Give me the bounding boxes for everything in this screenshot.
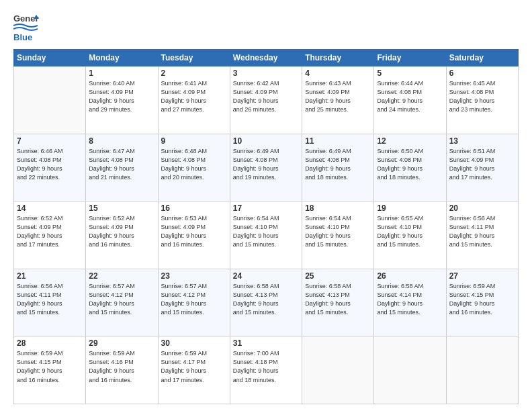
- calendar-week-3: 14Sunrise: 6:52 AMSunset: 4:09 PMDayligh…: [14, 201, 519, 269]
- day-info: Sunrise: 6:59 AMSunset: 4:17 PMDaylight:…: [161, 349, 227, 384]
- day-info: Sunrise: 6:53 AMSunset: 4:09 PMDaylight:…: [161, 214, 227, 249]
- day-info: Sunrise: 6:58 AMSunset: 4:13 PMDaylight:…: [233, 282, 299, 317]
- calendar-cell: [446, 336, 518, 404]
- day-number: 30: [161, 338, 227, 348]
- day-number: 25: [305, 271, 371, 281]
- day-number: 11: [305, 136, 371, 146]
- calendar-cell: 21Sunrise: 6:56 AMSunset: 4:11 PMDayligh…: [14, 269, 86, 336]
- day-info: Sunrise: 6:41 AMSunset: 4:09 PMDaylight:…: [161, 79, 227, 114]
- calendar-cell: 2Sunrise: 6:41 AMSunset: 4:09 PMDaylight…: [158, 66, 230, 134]
- day-number: 31: [233, 338, 299, 348]
- calendar-cell: 9Sunrise: 6:48 AMSunset: 4:08 PMDaylight…: [158, 134, 230, 201]
- calendar-cell: 1Sunrise: 6:40 AMSunset: 4:09 PMDaylight…: [86, 66, 158, 134]
- day-info: Sunrise: 6:54 AMSunset: 4:10 PMDaylight:…: [233, 214, 299, 249]
- day-number: 3: [233, 68, 299, 78]
- day-number: 22: [89, 271, 154, 281]
- calendar-cell: 8Sunrise: 6:47 AMSunset: 4:08 PMDaylight…: [86, 134, 158, 201]
- calendar-cell: 11Sunrise: 6:49 AMSunset: 4:08 PMDayligh…: [302, 134, 374, 201]
- calendar-cell: 24Sunrise: 6:58 AMSunset: 4:13 PMDayligh…: [230, 269, 302, 336]
- calendar-cell: [302, 336, 374, 404]
- calendar-cell: 26Sunrise: 6:58 AMSunset: 4:14 PMDayligh…: [374, 269, 446, 336]
- day-number: 12: [377, 136, 443, 146]
- header: General Blue: [13, 12, 519, 42]
- calendar-cell: 31Sunrise: 7:00 AMSunset: 4:18 PMDayligh…: [230, 336, 302, 404]
- day-number: 21: [17, 271, 83, 281]
- day-info: Sunrise: 6:52 AMSunset: 4:09 PMDaylight:…: [17, 214, 83, 249]
- calendar-cell: [14, 66, 86, 134]
- day-number: 2: [161, 68, 227, 78]
- day-info: Sunrise: 6:59 AMSunset: 4:15 PMDaylight:…: [449, 282, 515, 317]
- day-info: Sunrise: 7:00 AMSunset: 4:18 PMDaylight:…: [233, 349, 299, 384]
- day-info: Sunrise: 6:51 AMSunset: 4:09 PMDaylight:…: [449, 147, 515, 182]
- day-number: 23: [161, 271, 227, 281]
- day-info: Sunrise: 6:58 AMSunset: 4:14 PMDaylight:…: [377, 282, 443, 317]
- calendar-header-row: SundayMondayTuesdayWednesdayThursdayFrid…: [14, 50, 519, 66]
- calendar-cell: 13Sunrise: 6:51 AMSunset: 4:09 PMDayligh…: [446, 134, 518, 201]
- day-number: 16: [161, 203, 227, 213]
- day-number: 1: [89, 68, 154, 78]
- day-number: 28: [17, 338, 83, 348]
- calendar-cell: 7Sunrise: 6:46 AMSunset: 4:08 PMDaylight…: [14, 134, 86, 201]
- day-number: 19: [377, 203, 443, 213]
- calendar-week-4: 21Sunrise: 6:56 AMSunset: 4:11 PMDayligh…: [14, 269, 519, 336]
- day-info: Sunrise: 6:49 AMSunset: 4:08 PMDaylight:…: [233, 147, 299, 182]
- day-number: 6: [449, 68, 515, 78]
- day-number: 17: [233, 203, 299, 213]
- day-number: 5: [377, 68, 443, 78]
- day-number: 14: [17, 203, 83, 213]
- day-info: Sunrise: 6:56 AMSunset: 4:11 PMDaylight:…: [449, 214, 515, 249]
- calendar-week-5: 28Sunrise: 6:59 AMSunset: 4:15 PMDayligh…: [14, 336, 519, 404]
- day-header-thursday: Thursday: [302, 50, 374, 66]
- calendar-cell: 6Sunrise: 6:45 AMSunset: 4:08 PMDaylight…: [446, 66, 518, 134]
- calendar-cell: 27Sunrise: 6:59 AMSunset: 4:15 PMDayligh…: [446, 269, 518, 336]
- day-info: Sunrise: 6:59 AMSunset: 4:16 PMDaylight:…: [89, 349, 154, 384]
- day-info: Sunrise: 6:42 AMSunset: 4:09 PMDaylight:…: [233, 79, 299, 114]
- day-info: Sunrise: 6:59 AMSunset: 4:15 PMDaylight:…: [17, 349, 83, 384]
- calendar-cell: 28Sunrise: 6:59 AMSunset: 4:15 PMDayligh…: [14, 336, 86, 404]
- calendar-cell: 12Sunrise: 6:50 AMSunset: 4:08 PMDayligh…: [374, 134, 446, 201]
- calendar-cell: 16Sunrise: 6:53 AMSunset: 4:09 PMDayligh…: [158, 201, 230, 269]
- calendar-cell: 22Sunrise: 6:57 AMSunset: 4:12 PMDayligh…: [86, 269, 158, 336]
- day-number: 20: [449, 203, 515, 213]
- calendar-cell: 23Sunrise: 6:57 AMSunset: 4:12 PMDayligh…: [158, 269, 230, 336]
- day-header-wednesday: Wednesday: [230, 50, 302, 66]
- calendar-cell: 10Sunrise: 6:49 AMSunset: 4:08 PMDayligh…: [230, 134, 302, 201]
- calendar-week-1: 1Sunrise: 6:40 AMSunset: 4:09 PMDaylight…: [14, 66, 519, 134]
- calendar-cell: 18Sunrise: 6:54 AMSunset: 4:10 PMDayligh…: [302, 201, 374, 269]
- logo-svg: General: [13, 12, 39, 34]
- calendar-cell: 30Sunrise: 6:59 AMSunset: 4:17 PMDayligh…: [158, 336, 230, 404]
- calendar-table: SundayMondayTuesdayWednesdayThursdayFrid…: [13, 49, 519, 404]
- day-header-saturday: Saturday: [446, 50, 518, 66]
- day-header-sunday: Sunday: [14, 50, 86, 66]
- logo: General Blue: [13, 12, 39, 42]
- calendar-cell: 5Sunrise: 6:44 AMSunset: 4:08 PMDaylight…: [374, 66, 446, 134]
- day-info: Sunrise: 6:47 AMSunset: 4:08 PMDaylight:…: [89, 147, 154, 182]
- day-info: Sunrise: 6:58 AMSunset: 4:13 PMDaylight:…: [305, 282, 371, 317]
- calendar-cell: 15Sunrise: 6:52 AMSunset: 4:09 PMDayligh…: [86, 201, 158, 269]
- day-info: Sunrise: 6:57 AMSunset: 4:12 PMDaylight:…: [161, 282, 227, 317]
- calendar-cell: 20Sunrise: 6:56 AMSunset: 4:11 PMDayligh…: [446, 201, 518, 269]
- day-number: 24: [233, 271, 299, 281]
- day-info: Sunrise: 6:48 AMSunset: 4:08 PMDaylight:…: [161, 147, 227, 182]
- day-number: 29: [89, 338, 154, 348]
- day-header-tuesday: Tuesday: [158, 50, 230, 66]
- day-info: Sunrise: 6:50 AMSunset: 4:08 PMDaylight:…: [377, 147, 443, 182]
- day-number: 8: [89, 136, 154, 146]
- calendar-cell: 4Sunrise: 6:43 AMSunset: 4:09 PMDaylight…: [302, 66, 374, 134]
- calendar-cell: 17Sunrise: 6:54 AMSunset: 4:10 PMDayligh…: [230, 201, 302, 269]
- day-info: Sunrise: 6:43 AMSunset: 4:09 PMDaylight:…: [305, 79, 371, 114]
- day-header-friday: Friday: [374, 50, 446, 66]
- calendar-cell: [374, 336, 446, 404]
- calendar-week-2: 7Sunrise: 6:46 AMSunset: 4:08 PMDaylight…: [14, 134, 519, 201]
- day-number: 26: [377, 271, 443, 281]
- calendar-cell: 25Sunrise: 6:58 AMSunset: 4:13 PMDayligh…: [302, 269, 374, 336]
- day-info: Sunrise: 6:45 AMSunset: 4:08 PMDaylight:…: [449, 79, 515, 114]
- calendar-cell: 3Sunrise: 6:42 AMSunset: 4:09 PMDaylight…: [230, 66, 302, 134]
- day-number: 4: [305, 68, 371, 78]
- day-header-monday: Monday: [86, 50, 158, 66]
- day-info: Sunrise: 6:46 AMSunset: 4:08 PMDaylight:…: [17, 147, 83, 182]
- day-number: 10: [233, 136, 299, 146]
- day-info: Sunrise: 6:49 AMSunset: 4:08 PMDaylight:…: [305, 147, 371, 182]
- day-number: 9: [161, 136, 227, 146]
- day-number: 7: [17, 136, 83, 146]
